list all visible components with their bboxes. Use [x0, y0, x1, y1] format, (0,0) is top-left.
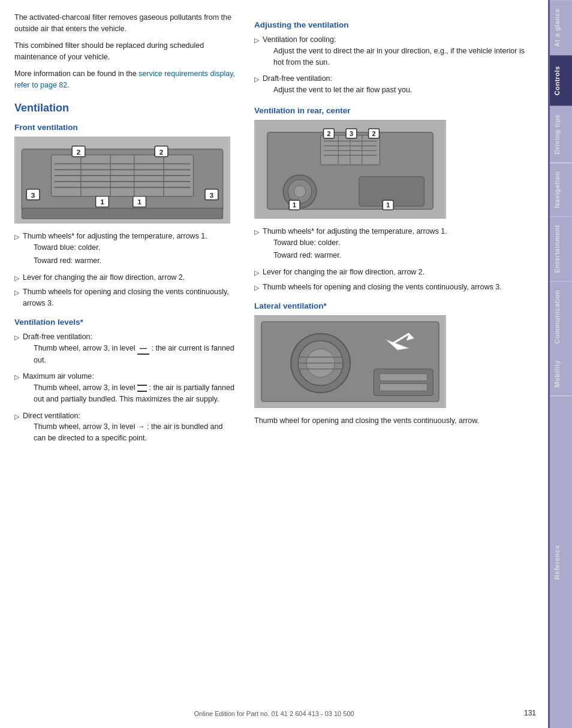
svg-rect-24 — [22, 209, 222, 219]
rear-center-title: Ventilation in rear, center — [254, 106, 534, 115]
lateral-vent-image — [254, 315, 446, 408]
sidebar-tab-controls[interactable]: Controls — [550, 55, 572, 106]
adjusting-bullets: ▷ Ventilation for cooling: Adjust the ve… — [254, 34, 534, 98]
level-arrow-3: ▷ — [14, 412, 19, 422]
svg-text:3: 3 — [350, 129, 353, 137]
rear-arrow-1: ▷ — [254, 227, 259, 237]
svg-text:3: 3 — [31, 191, 35, 200]
intro-p3-suffix: . — [67, 81, 69, 89]
lateral-title: Lateral ventilation* — [254, 301, 534, 310]
bullet-arrow-1: ▷ — [14, 232, 19, 242]
vent-levels-title: Ventilation levels* — [14, 318, 236, 327]
svg-text:2: 2 — [159, 148, 164, 156]
sidebar-tab-mobility[interactable]: Mobility — [550, 352, 572, 396]
svg-rect-61 — [380, 373, 427, 380]
sidebar-tab-driving-tips[interactable]: Driving tips — [550, 106, 572, 163]
sidebar-tab-reference[interactable]: Reference — [550, 396, 572, 728]
svg-rect-62 — [380, 383, 427, 391]
level-bullet-2-main: Maximum air volume: — [23, 372, 94, 380]
level-bullet-3-main: Direct ventilation: — [23, 412, 80, 420]
svg-rect-60 — [374, 368, 433, 395]
level-bullet-2: ▷ Maximum air volume: Thumb wheel, arrow… — [14, 371, 236, 406]
front-vent-image: 3 1 1 3 2 2 — [14, 137, 230, 223]
level-bullet-3-content: Direct ventilation: Thumb wheel, arrow 3… — [23, 410, 236, 446]
svg-text:2: 2 — [77, 148, 81, 156]
sidebar-tab-entertainment[interactable]: Entertainment — [550, 216, 572, 281]
rear-arrow-2: ▷ — [254, 268, 259, 278]
front-sub-1b: Toward red: warmer. — [34, 255, 207, 267]
page-number-value: 131 — [524, 709, 536, 717]
front-sub-1a: Toward blue: colder. — [34, 242, 207, 253]
adj-bullet-2-main: Draft-free ventilation: — [263, 74, 332, 83]
front-ventilation-title: Front ventilation — [14, 123, 236, 132]
rear-bullet-1: ▷ Thumb wheels* for adjusting the temper… — [254, 226, 534, 263]
intro-p1: The activated-charcoal filter removes ga… — [14, 12, 236, 35]
front-bullet-2-main: Lever for changing the air flow directio… — [23, 272, 185, 283]
front-bullet-2: ▷ Lever for changing the air flow direct… — [14, 272, 236, 283]
sidebar: At a glance Controls Driving tips Naviga… — [548, 0, 572, 728]
level-sub-3: Thumb wheel, arrow 3, in level → : the a… — [34, 421, 236, 444]
level-bullet-1-main: Draft-free ventilation: — [23, 333, 92, 341]
adj-arrow-2: ▷ — [254, 74, 259, 84]
adj-arrow-1: ▷ — [254, 35, 259, 46]
svg-text:1: 1 — [137, 198, 142, 207]
front-bullet-1-main: Thumb wheels* for adjusting the temperat… — [23, 232, 207, 240]
adj-sub-1: Adjust the vent to direct the air in you… — [273, 46, 534, 68]
sidebar-tab-communication[interactable]: Communication — [550, 282, 572, 352]
bullet-arrow-2: ▷ — [14, 273, 19, 283]
svg-text:2: 2 — [327, 129, 330, 137]
front-vent-svg: 3 1 1 3 2 2 — [15, 137, 230, 223]
level-sub-2: Thumb wheel, arrow 3, in level : the air… — [34, 382, 236, 405]
svg-text:1: 1 — [100, 198, 104, 207]
adj-bullet-2-content: Draft-free ventilation: Adjust the vent … — [263, 73, 412, 98]
front-bullet-3-main: Thumb wheels for opening and closing the… — [23, 286, 236, 309]
adjusting-title: Adjusting the ventilation — [254, 20, 534, 29]
intro-p2: This combined filter should be replaced … — [14, 40, 236, 64]
svg-text:1: 1 — [293, 201, 296, 209]
adj-bullet-1: ▷ Ventilation for cooling: Adjust the ve… — [254, 34, 534, 70]
right-column: Adjusting the ventilation ▷ Ventilation … — [248, 12, 534, 716]
adj-bullet-1-main: Ventilation for cooling: — [263, 35, 336, 44]
front-bullet-1: ▷ Thumb wheels* for adjusting the temper… — [14, 231, 236, 268]
level-sub-1: Thumb wheel, arrow 3, in level — : the a… — [34, 343, 236, 366]
bullet-arrow-3: ▷ — [14, 288, 19, 298]
svg-text:2: 2 — [372, 129, 375, 137]
rear-vent-image: 3 2 2 1 — [254, 120, 446, 219]
adj-sub-2: Adjust the vent to let the air flow past… — [273, 84, 412, 96]
lateral-caption: Thumb wheel for opening and closing the … — [254, 415, 534, 427]
level-bullet-3: ▷ Direct ventilation: Thumb wheel, arrow… — [14, 410, 236, 446]
svg-text:3: 3 — [210, 191, 214, 200]
rear-vent-svg: 3 2 2 1 — [255, 120, 445, 218]
vent-levels-bullets: ▷ Draft-free ventilation: Thumb wheel, a… — [14, 331, 236, 446]
page-number: 131 — [524, 709, 536, 717]
rear-sub-1a: Toward blue: colder. — [273, 237, 447, 249]
lateral-vent-svg — [255, 316, 445, 407]
intro-p3: More information can be found in the ser… — [14, 68, 236, 92]
rear-bullet-3: ▷ Thumb wheels for opening and closing t… — [254, 282, 534, 293]
level-arrow-1: ▷ — [14, 333, 19, 343]
rear-bullet-3-main: Thumb wheels for opening and closing the… — [263, 282, 502, 293]
level-bullet-1: ▷ Draft-free ventilation: Thumb wheel, a… — [14, 331, 236, 368]
level-bullet-1-content: Draft-free ventilation: Thumb wheel, arr… — [23, 331, 236, 368]
rear-bullet-2-main: Lever for changing the air flow directio… — [263, 267, 425, 278]
front-vent-bullets: ▷ Thumb wheels* for adjusting the temper… — [14, 231, 236, 309]
svg-text:1: 1 — [386, 201, 390, 209]
svg-point-43 — [294, 185, 306, 197]
page-footer: Online Edition for Part no. 01 41 2 604 … — [0, 710, 548, 717]
front-bullet-3: ▷ Thumb wheels for opening and closing t… — [14, 286, 236, 309]
sidebar-tab-at-a-glance[interactable]: At a glance — [550, 0, 572, 55]
adj-bullet-1-content: Ventilation for cooling: Adjust the vent… — [263, 34, 534, 70]
main-content: The activated-charcoal filter removes ga… — [0, 0, 548, 728]
page-wrapper: The activated-charcoal filter removes ga… — [0, 0, 572, 728]
intro-p3-prefix: More information can be found in the — [14, 70, 139, 78]
rear-sub-1b: Toward red: warmer. — [273, 250, 447, 261]
rear-bullet-1-content: Thumb wheels* for adjusting the temperat… — [263, 226, 447, 263]
rear-arrow-3: ▷ — [254, 283, 259, 293]
sidebar-tab-navigation[interactable]: Navigation — [550, 163, 572, 216]
rear-bullet-2: ▷ Lever for changing the air flow direct… — [254, 267, 534, 278]
rear-center-bullets: ▷ Thumb wheels* for adjusting the temper… — [254, 226, 534, 293]
left-column: The activated-charcoal filter removes ga… — [14, 12, 248, 716]
rear-bullet-1-main: Thumb wheels* for adjusting the temperat… — [263, 227, 447, 235]
level-bullet-2-content: Maximum air volume: Thumb wheel, arrow 3… — [23, 371, 236, 406]
footer-text: Online Edition for Part no. 01 41 2 604 … — [194, 710, 354, 717]
